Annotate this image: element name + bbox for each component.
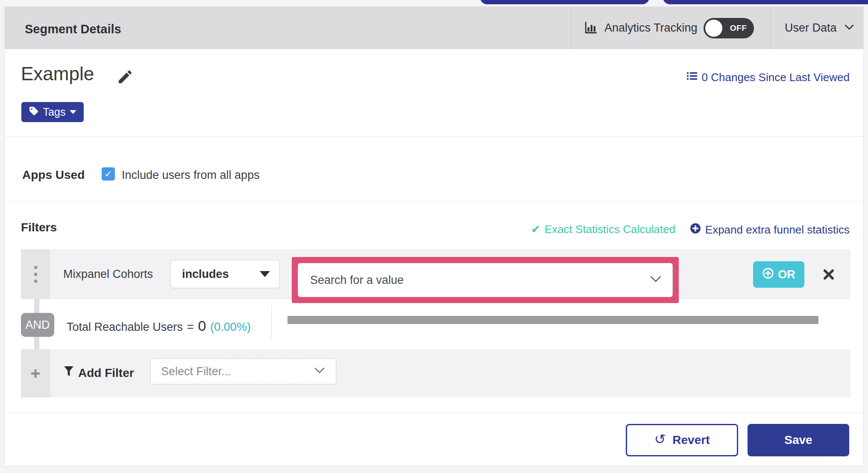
edit-pencil-icon[interactable]	[117, 68, 134, 87]
analytics-tracking-toggle[interactable]: OFF	[704, 18, 754, 38]
filters-title: Filters	[21, 221, 57, 234]
drag-dot	[34, 273, 37, 276]
toggle-knob	[705, 20, 722, 37]
value-search-select[interactable]: Search for a value	[298, 263, 673, 297]
page-title: Segment Details	[25, 22, 121, 36]
segment-details-page: Segment Details Analytics Tracking OFF U…	[0, 0, 868, 473]
drag-handle[interactable]	[21, 249, 50, 299]
add-filter-label: Add Filter	[78, 366, 134, 380]
chevron-down-icon	[845, 24, 854, 32]
caret-down-icon	[260, 271, 270, 277]
select-filter-dropdown[interactable]: Select Filter...	[150, 358, 337, 385]
exact-statistics-label: Exact Statistics Calculated	[545, 223, 675, 236]
segment-name: Example	[21, 63, 94, 85]
expand-funnel-statistics-link[interactable]: Expand extra funnel statistics	[690, 223, 850, 237]
tags-dropdown-button[interactable]: Tags	[21, 102, 84, 122]
add-or-condition-button[interactable]: OR	[753, 261, 804, 288]
reachable-label: Total Reachable Users	[67, 321, 183, 334]
expand-link-label: Expand extra funnel statistics	[705, 223, 850, 236]
value-select-highlight: Search for a value	[292, 257, 679, 303]
toggle-state-label: OFF	[726, 18, 751, 38]
include-all-apps-label: Include users from all apps	[122, 169, 260, 182]
drag-dot	[34, 266, 37, 269]
chevron-down-icon	[650, 276, 661, 284]
reachable-progress-bar	[287, 316, 818, 324]
reachable-equals: =	[187, 321, 194, 334]
or-button-label: OR	[778, 268, 795, 281]
plus-icon	[30, 368, 41, 379]
analytics-tracking-label: Analytics Tracking	[604, 21, 698, 35]
operator-value: includes	[182, 268, 229, 281]
add-filter-row: Add Filter Select Filter...	[21, 349, 850, 397]
topbar-divider	[770, 7, 771, 49]
value-select-placeholder: Search for a value	[310, 274, 404, 287]
section-divider	[5, 413, 863, 413]
save-button[interactable]: Save	[748, 424, 849, 456]
top-cutoff-button-right[interactable]	[663, 0, 868, 4]
chevron-down-icon	[314, 368, 325, 376]
plus-circle-icon	[690, 223, 701, 237]
drag-dot	[34, 280, 37, 283]
reachable-divider	[271, 306, 272, 339]
changes-link-label: 0 Changes Since Last Viewed	[702, 71, 850, 84]
section-divider	[5, 136, 863, 137]
plus-circle-icon	[762, 267, 774, 282]
filter-block: Mixpanel Cohorts includes Search for a v…	[21, 249, 850, 397]
include-all-apps-checkbox[interactable]: ✓	[102, 167, 115, 181]
remove-filter-icon[interactable]	[822, 268, 835, 281]
save-button-label: Save	[784, 433, 812, 447]
bar-chart-icon	[584, 20, 598, 36]
segment-details-card: Segment Details Analytics Tracking OFF U…	[4, 6, 864, 466]
topbar-divider	[571, 7, 572, 49]
revert-button[interactable]: ↺ Revert	[626, 424, 738, 456]
add-filter-label-group: Add Filter	[64, 366, 134, 380]
section-divider	[5, 201, 863, 201]
change-list-icon	[686, 71, 698, 84]
user-data-dropdown[interactable]: User Data	[785, 7, 854, 49]
topbar: Segment Details Analytics Tracking OFF U…	[5, 7, 863, 49]
exact-statistics-status: ✔ Exact Statistics Calculated	[531, 223, 675, 236]
caret-down-icon	[70, 110, 76, 114]
tag-icon	[29, 106, 39, 119]
and-badge: AND	[21, 313, 54, 337]
funnel-icon	[64, 366, 74, 380]
add-filter-plus-button[interactable]	[21, 349, 50, 397]
reachable-percent: (0.00%)	[210, 321, 251, 334]
filter-row: Mixpanel Cohorts includes Search for a v…	[21, 249, 850, 299]
top-cutoff-button-left[interactable]	[480, 0, 649, 4]
select-filter-placeholder: Select Filter...	[161, 365, 231, 378]
check-icon: ✔	[531, 223, 540, 236]
analytics-tracking-group: Analytics Tracking OFF	[584, 7, 754, 49]
total-reachable-users: Total Reachable Users = 0 (0.00%)	[67, 318, 251, 334]
tags-label: Tags	[43, 106, 66, 118]
operator-select[interactable]: includes	[170, 260, 280, 288]
filter-name: Mixpanel Cohorts	[63, 268, 153, 281]
revert-button-label: Revert	[672, 433, 710, 447]
changes-since-last-viewed-link[interactable]: 0 Changes Since Last Viewed	[686, 71, 850, 84]
undo-icon: ↺	[654, 432, 666, 446]
reachable-value: 0	[198, 318, 206, 334]
apps-used-label: Apps Used	[22, 168, 85, 182]
user-data-label: User Data	[785, 21, 837, 35]
